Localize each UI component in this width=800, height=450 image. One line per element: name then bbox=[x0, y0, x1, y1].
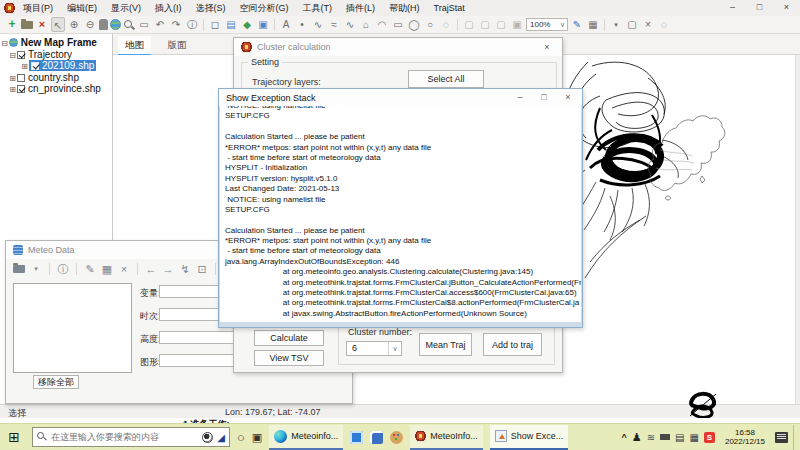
taskbar-meteoinfo-button[interactable]: MeteoInfo... bbox=[410, 425, 483, 450]
image-icon[interactable]: ▣ bbox=[256, 17, 270, 32]
remove-layer-icon[interactable]: × bbox=[35, 17, 49, 32]
remove-icon[interactable]: × bbox=[118, 263, 130, 275]
taskbar-clock[interactable]: 16:58 2022/12/15 bbox=[720, 428, 770, 447]
close-button[interactable]: × bbox=[773, 0, 800, 16]
taskbar-search[interactable]: ◢ bbox=[32, 427, 230, 447]
polygon-shape-icon[interactable]: ◌ bbox=[439, 17, 453, 32]
layer-checkbox-checked[interactable] bbox=[31, 62, 39, 70]
tree-node-trajectory[interactable]: ⊟Trajectory bbox=[0, 49, 112, 61]
select-feature-icon[interactable]: ◻ bbox=[208, 17, 222, 32]
task-view-button[interactable]: ▣ bbox=[252, 431, 262, 444]
delete-feature-icon[interactable]: × bbox=[641, 17, 655, 32]
zoom-in-icon[interactable]: ⊕ bbox=[67, 17, 81, 32]
input-method-icon[interactable]: ▦ bbox=[690, 432, 699, 443]
mean-traj-button[interactable]: Mean Traj bbox=[419, 333, 472, 356]
page-icon[interactable]: ▢ bbox=[494, 17, 508, 32]
expand-icon[interactable]: ⊞ bbox=[8, 73, 17, 84]
select-all-button[interactable]: Select All bbox=[408, 70, 484, 88]
remove-all-button[interactable]: 移除全部 bbox=[33, 375, 79, 389]
qq-penguin-icon[interactable]: ♟ bbox=[632, 431, 642, 444]
fit-page-icon[interactable]: ▣ bbox=[510, 17, 524, 32]
pan-icon[interactable] bbox=[99, 19, 108, 30]
transform-icon[interactable]: ▢ bbox=[625, 17, 639, 32]
exception-close-button[interactable]: × bbox=[556, 89, 580, 106]
paint-palette-icon[interactable] bbox=[390, 431, 403, 444]
taskbar-exception-button[interactable]: Show Exce... bbox=[490, 425, 569, 450]
search-input[interactable] bbox=[51, 432, 198, 442]
tree-node-cn-province[interactable]: ⊞cn_province.shp bbox=[0, 83, 112, 95]
save-edits-icon[interactable]: ▦ bbox=[586, 17, 600, 32]
collapse-icon[interactable]: ⊟ bbox=[8, 50, 17, 61]
tree-node-202109[interactable]: ⊞202109.shp bbox=[0, 60, 112, 72]
menu-tools[interactable]: 工具(T) bbox=[297, 0, 339, 16]
text-tool-icon[interactable]: A bbox=[279, 17, 293, 32]
previous-icon[interactable]: ← bbox=[145, 263, 157, 275]
animate-icon[interactable]: ↯ bbox=[179, 263, 191, 276]
redo-icon[interactable]: ↷ bbox=[169, 17, 183, 32]
graphic-input[interactable] bbox=[159, 354, 236, 367]
tab-layout[interactable]: 版面 bbox=[160, 36, 193, 54]
stop-icon[interactable]: ⊡ bbox=[196, 263, 208, 276]
ellipse-shape-icon[interactable]: ○ bbox=[423, 17, 437, 32]
curve-tool-icon[interactable]: ∿ bbox=[343, 17, 357, 32]
dropdown-icon[interactable]: ▾ bbox=[609, 17, 623, 32]
info-icon[interactable]: ⓘ bbox=[57, 262, 69, 277]
map-scroll-strip[interactable] bbox=[795, 55, 800, 404]
select-tool-icon[interactable]: ↖ bbox=[51, 17, 65, 32]
selected-layer[interactable]: 202109.shp bbox=[29, 60, 96, 71]
page-icon[interactable]: ▢ bbox=[462, 17, 476, 32]
menu-spatial-analysis[interactable]: 空间分析(G) bbox=[234, 0, 295, 16]
layer-checkbox-unchecked[interactable] bbox=[17, 74, 25, 82]
show-desktop-button[interactable] bbox=[793, 425, 797, 450]
cluster-dialog-titlebar[interactable]: Cluster calculation bbox=[234, 38, 562, 56]
start-button[interactable]: ⊞ bbox=[3, 429, 25, 445]
dropdown-icon[interactable]: ▾ bbox=[30, 265, 42, 273]
tree-node-country[interactable]: ⊞country.shp bbox=[0, 72, 112, 84]
menu-project[interactable]: 项目(P) bbox=[17, 0, 59, 16]
add-layer-icon[interactable]: + bbox=[5, 17, 19, 32]
cluster-number-combo[interactable]: 6 ∨ bbox=[346, 341, 402, 356]
grid-data-icon[interactable]: ▦ bbox=[101, 263, 113, 276]
taskbar-app-icon[interactable] bbox=[370, 431, 383, 444]
label-icon[interactable]: ◆ bbox=[240, 17, 254, 32]
zoom-out-icon[interactable]: ⊖ bbox=[83, 17, 97, 32]
add-to-traj-button[interactable]: Add to traj bbox=[483, 333, 542, 356]
exception-text-area[interactable]: NOTICE: using namelist file SETUP.CFG Ca… bbox=[220, 106, 581, 322]
view-tsv-button[interactable]: View TSV bbox=[254, 350, 324, 366]
menu-select[interactable]: 选择(S) bbox=[190, 0, 232, 16]
keyboard-icon[interactable]: ▤ bbox=[675, 432, 684, 443]
notification-center-icon[interactable] bbox=[775, 432, 788, 443]
lasso-icon[interactable]: ◌ bbox=[657, 17, 671, 32]
calculate-button[interactable]: Calculate bbox=[254, 330, 324, 346]
point-tool-icon[interactable]: • bbox=[295, 17, 309, 32]
page-icon[interactable]: ▢ bbox=[478, 17, 492, 32]
sogou-icon[interactable]: S bbox=[704, 432, 715, 443]
freehand-tool-icon[interactable]: ≈ bbox=[327, 17, 341, 32]
expand-icon[interactable]: ⊞ bbox=[8, 84, 17, 95]
identify-icon[interactable]: ⓘ bbox=[185, 17, 199, 32]
exception-maximize-button[interactable]: □ bbox=[532, 89, 556, 106]
zoom-rectangle-icon[interactable]: ▭ bbox=[137, 17, 151, 32]
network-icon[interactable]: ≋ bbox=[647, 432, 655, 443]
zoom-to-layer-icon[interactable] bbox=[123, 19, 135, 31]
expand-icon[interactable]: ⊞ bbox=[20, 61, 29, 72]
edit-pencil-icon[interactable]: ✎ bbox=[570, 17, 584, 32]
cortana-button[interactable]: ○ bbox=[237, 430, 245, 445]
layer-checkbox-checked[interactable] bbox=[17, 85, 25, 93]
maximize-button[interactable]: □ bbox=[746, 0, 773, 16]
tree-node-frame[interactable]: ⊟ New Map Frame bbox=[0, 37, 112, 49]
menu-edit[interactable]: 编辑(E) bbox=[61, 0, 103, 16]
taskbar-app-icon[interactable] bbox=[350, 431, 363, 444]
undo-icon[interactable]: ↶ bbox=[153, 17, 167, 32]
circle-shape-icon[interactable]: ◯ bbox=[407, 17, 421, 32]
minimize-button[interactable]: – bbox=[719, 0, 746, 16]
menu-trajstat[interactable]: TrajStat bbox=[428, 0, 471, 16]
dataset-listbox[interactable] bbox=[13, 283, 132, 373]
menu-help[interactable]: 帮助(H) bbox=[383, 0, 426, 16]
exception-minimize-button[interactable]: – bbox=[508, 89, 532, 106]
rectangle-shape-icon[interactable]: ▭ bbox=[391, 17, 405, 32]
height-input[interactable] bbox=[159, 331, 236, 344]
layer-checkbox-checked[interactable] bbox=[17, 51, 25, 59]
menu-view[interactable]: 显示(V) bbox=[105, 0, 147, 16]
home-shape-icon[interactable]: ⌂ bbox=[359, 17, 373, 32]
